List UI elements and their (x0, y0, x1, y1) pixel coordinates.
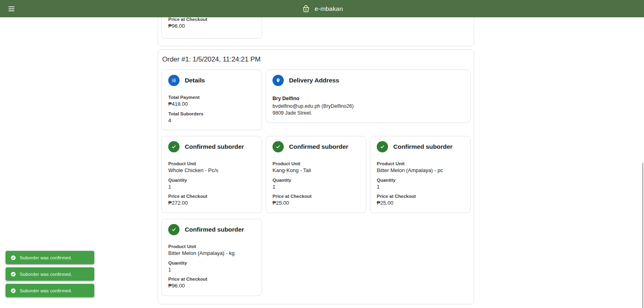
check-circle-icon (10, 271, 16, 277)
order-heading: Order #1: 1/5/2024, 11:24:21 PM (162, 55, 471, 64)
order-grid: Details Total Payment ₱418.00 Total Subo… (161, 70, 471, 296)
toast-message: Suborder was confirmed. (20, 272, 72, 277)
price-at-checkout-value: ₱25.00 (377, 200, 464, 206)
check-icon (168, 141, 180, 152)
brand: e-mbakan (301, 0, 343, 17)
recipient-name: Bry Delfino (272, 96, 464, 101)
suborder-card: Confirmed suborder Product Unit Bitter M… (161, 219, 262, 296)
suborder-status: Confirmed suborder (393, 143, 452, 150)
details-list-icon (168, 75, 180, 86)
order-card: Order #1: 1/5/2024, 11:24:21 PM Details … (158, 49, 474, 304)
delivery-address-title: Delivery Address (289, 77, 339, 84)
delivery-address-card: Delivery Address Bry Delfino bvdelfino@u… (266, 70, 471, 123)
product-unit-label: Product Unit (168, 161, 255, 166)
quantity-value: 1 (272, 184, 359, 190)
app-title: e-mbakan (315, 5, 343, 12)
price-at-checkout-value: ₱25.00 (272, 200, 359, 206)
price-at-checkout-label: Price at Checkout (272, 194, 359, 199)
check-circle-icon (10, 288, 16, 294)
quantity-label: Quantity (272, 178, 359, 183)
total-payment-label: Total Payment (168, 95, 255, 100)
quantity-value: 1 (168, 184, 255, 190)
product-unit-value: Kang-Kong - Tali (272, 167, 359, 174)
price-at-checkout-label: Price at Checkout (168, 277, 255, 281)
product-unit-label: Product Unit (377, 161, 464, 166)
check-icon (377, 141, 388, 152)
product-unit-label: Product Unit (272, 161, 359, 166)
suborder-card: Confirmed suborder Product Unit Bitter M… (370, 136, 471, 213)
map-pin-icon (272, 75, 284, 86)
price-at-checkout-label: Price at Checkout (377, 194, 464, 199)
suborder-card: Confirmed suborder Product Unit Whole Ch… (161, 136, 262, 213)
price-at-checkout-label: Price at Checkout (168, 194, 255, 199)
recipient-email: bvdelfino@up.edu.ph (BryDelfino26) (272, 103, 464, 110)
price-at-checkout-value: ₱96.00 (168, 283, 255, 289)
total-suborders-label: Total Suborders (168, 111, 255, 116)
toast-notification[interactable]: Suborder was confirmed. (6, 251, 94, 264)
quantity-value: 1 (377, 184, 464, 190)
toast-notification[interactable]: Suborder was confirmed. (6, 267, 94, 281)
suborder-status: Confirmed suborder (185, 143, 244, 150)
price-at-checkout-value: ₱272.00 (168, 200, 255, 206)
product-unit-value: Bitter Melon (Ampalaya) - pc (377, 167, 464, 174)
vertical-scrollbar-thumb[interactable] (642, 163, 643, 308)
product-unit-label: Product Unit (168, 244, 255, 249)
quantity-label: Quantity (168, 178, 255, 183)
quantity-label: Quantity (377, 178, 464, 183)
total-suborders-value: 4 (168, 117, 255, 124)
suborder-status: Confirmed suborder (185, 226, 244, 233)
price-at-checkout-value: ₱96.00 (168, 23, 207, 29)
product-unit-value: Whole Chicken - Pc/s (168, 167, 255, 174)
suborder-status: Confirmed suborder (289, 143, 348, 150)
menu-button[interactable] (6, 3, 18, 15)
check-icon (272, 141, 284, 152)
basket-icon (301, 4, 311, 14)
check-circle-icon (10, 255, 16, 261)
toast-message: Suborder was confirmed. (20, 288, 72, 293)
main-content: Price at Checkout ₱96.00 Order #1: 1/5/2… (158, 0, 474, 304)
price-at-checkout-label: Price at Checkout (168, 17, 207, 22)
hamburger-icon (8, 6, 14, 7)
toast-message: Suborder was confirmed. (20, 255, 72, 260)
app-header: e-mbakan (0, 0, 644, 17)
details-title: Details (185, 77, 205, 84)
toast-notification[interactable]: Suborder was confirmed. (6, 284, 94, 297)
check-icon (168, 224, 180, 235)
product-unit-value: Bitter Melon (Ampalaya) - kg (168, 250, 255, 257)
quantity-value: 1 (168, 267, 255, 273)
suborder-card: Confirmed suborder Product Unit Kang-Kon… (266, 136, 366, 213)
quantity-label: Quantity (168, 261, 255, 265)
toast-stack: Suborder was confirmed. Suborder was con… (6, 251, 94, 297)
total-payment-value: ₱418.00 (168, 101, 255, 107)
details-card: Details Total Payment ₱418.00 Total Subo… (161, 70, 262, 130)
recipient-street: 9809 Jade Street. (272, 110, 464, 117)
